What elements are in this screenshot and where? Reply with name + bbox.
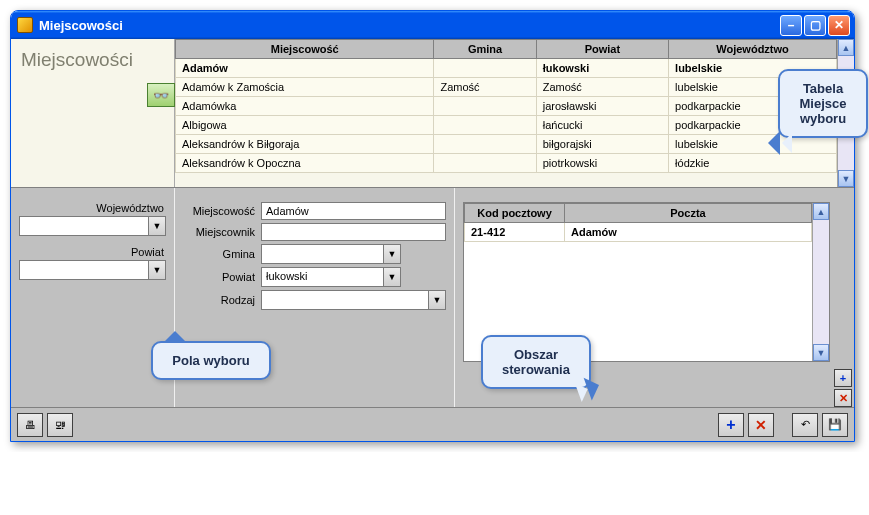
col-gmina[interactable]: Gmina (434, 40, 536, 59)
table-row[interactable]: Adamów k Zamościa Zamość Zamość lubelski… (176, 78, 837, 97)
cell: piotrkowski (536, 154, 668, 173)
callout-table: Tabela Miejsce wyboru (778, 69, 868, 138)
cell (434, 154, 536, 173)
callout-text: Obszar (514, 347, 558, 362)
form-miejscowosc-label: Miejscowość (183, 205, 261, 217)
search-button[interactable]: 👓 (147, 83, 175, 107)
chevron-down-icon[interactable]: ▼ (428, 291, 445, 309)
undo-button[interactable]: ↶ (792, 413, 818, 437)
form-rodzaj-combo[interactable]: ▼ (261, 290, 446, 310)
table-row[interactable]: 21-412 Adamów (465, 223, 812, 242)
form-miejscownik-input[interactable] (261, 223, 446, 241)
postal-add-button[interactable]: + (834, 369, 852, 387)
scroll-down-icon[interactable]: ▼ (813, 344, 829, 361)
save-icon: 💾 (828, 418, 842, 431)
delete-record-button[interactable]: ✕ (748, 413, 774, 437)
value (262, 245, 383, 263)
callout-text: sterowania (502, 362, 570, 377)
chevron-down-icon[interactable]: ▼ (383, 268, 400, 286)
form-gmina-combo[interactable]: ▼ (261, 244, 401, 264)
device-button[interactable]: 🖳 (47, 413, 73, 437)
callout-fields: Pola wyboru (151, 341, 271, 380)
filter-woj-label: Województwo (19, 202, 166, 214)
form-miejscownik-label: Miejscownik (183, 226, 261, 238)
filter-panel: Województwo ▼ Powiat ▼ (11, 188, 175, 407)
value: łukowski (262, 268, 383, 286)
cell: Adamów k Zamościa (176, 78, 434, 97)
filter-powiat-value (20, 261, 148, 279)
cell: jarosławski (536, 97, 668, 116)
cell: Aleksandrów k Biłgoraja (176, 135, 434, 154)
table-row[interactable]: Albigowa łańcucki podkarpackie (176, 116, 837, 135)
callout-text: Tabela (803, 81, 843, 96)
window-title: Miejscowości (39, 18, 780, 33)
cell (434, 135, 536, 154)
filter-powiat-combo[interactable]: ▼ (19, 260, 166, 280)
table-header-row: Miejscowość Gmina Powiat Województwo (176, 40, 837, 59)
chevron-down-icon[interactable]: ▼ (148, 217, 165, 235)
value (262, 291, 428, 309)
chevron-down-icon[interactable]: ▼ (148, 261, 165, 279)
callout-text: Miejsce (800, 96, 847, 111)
main-table-wrap: Miejscowość Gmina Powiat Województwo Ada… (175, 39, 854, 187)
callout-text: wyboru (800, 111, 846, 126)
locations-table[interactable]: Miejscowość Gmina Powiat Województwo Ada… (175, 39, 837, 173)
content-area: Miejscowości 👓 Miejscowość Gmina Powiat … (11, 39, 854, 441)
chevron-down-icon[interactable]: ▼ (383, 245, 400, 263)
form-powiat-label: Powiat (183, 271, 261, 283)
window: Miejscowości – ▢ ✕ Miejscowości 👓 Miejsc… (10, 10, 855, 442)
close-button[interactable]: ✕ (828, 15, 850, 36)
cell: łańcucki (536, 116, 668, 135)
binoculars-icon: 👓 (153, 88, 169, 103)
add-record-button[interactable]: + (718, 413, 744, 437)
page-title: Miejscowości (21, 49, 168, 71)
form-miejscowosc-input[interactable]: Adamów (261, 202, 446, 220)
col-powiat[interactable]: Powiat (536, 40, 668, 59)
minimize-button[interactable]: – (780, 15, 802, 36)
footer-toolbar: 🖶 🖳 + ✕ ↶ 💾 (11, 407, 854, 441)
col-poczta[interactable]: Poczta (565, 204, 812, 223)
cell: Adamów (176, 59, 434, 78)
table-row[interactable]: Aleksandrów k Biłgoraja biłgorajski lube… (176, 135, 837, 154)
cell: 21-412 (465, 223, 565, 242)
cell: Zamość (434, 78, 536, 97)
titlebar[interactable]: Miejscowości – ▢ ✕ (11, 11, 854, 39)
cell: Adamówka (176, 97, 434, 116)
desktop-icon: 🖳 (55, 419, 66, 431)
cell: Albigowa (176, 116, 434, 135)
app-icon (17, 17, 33, 33)
value: Adamów (266, 205, 309, 217)
scroll-up-icon[interactable]: ▲ (838, 39, 854, 56)
sidebar-upper: Miejscowości 👓 (11, 39, 175, 187)
filter-woj-value (20, 217, 148, 235)
cell (434, 116, 536, 135)
scroll-up-icon[interactable]: ▲ (813, 203, 829, 220)
cell: łódzkie (669, 154, 837, 173)
cell (434, 59, 536, 78)
undo-icon: ↶ (801, 418, 810, 431)
filter-woj-combo[interactable]: ▼ (19, 216, 166, 236)
cell (434, 97, 536, 116)
table-row[interactable]: Adamów łukowski lubelskie (176, 59, 837, 78)
cell: Zamość (536, 78, 668, 97)
table-row[interactable]: Aleksandrów k Opoczna piotrkowski łódzki… (176, 154, 837, 173)
callout-controls: Obszar sterowania (481, 335, 591, 389)
cell: biłgorajski (536, 135, 668, 154)
postal-table[interactable]: Kod pocztowy Poczta 21-412 Adamów (464, 203, 812, 242)
col-wojewodztwo[interactable]: Województwo (669, 40, 837, 59)
printer-icon: 🖶 (25, 419, 36, 431)
col-kod[interactable]: Kod pocztowy (465, 204, 565, 223)
col-miejscowosc[interactable]: Miejscowość (176, 40, 434, 59)
scroll-down-icon[interactable]: ▼ (838, 170, 854, 187)
postal-scrollbar[interactable]: ▲ ▼ (812, 203, 829, 361)
callout-text: Pola wyboru (172, 353, 249, 368)
form-rodzaj-label: Rodzaj (183, 294, 261, 306)
save-button[interactable]: 💾 (822, 413, 848, 437)
filter-powiat-label: Powiat (19, 246, 166, 258)
print-button[interactable]: 🖶 (17, 413, 43, 437)
maximize-button[interactable]: ▢ (804, 15, 826, 36)
table-row[interactable]: Adamówka jarosławski podkarpackie (176, 97, 837, 116)
cell: Adamów (565, 223, 812, 242)
form-powiat-combo[interactable]: łukowski ▼ (261, 267, 401, 287)
postal-delete-button[interactable]: ✕ (834, 389, 852, 407)
